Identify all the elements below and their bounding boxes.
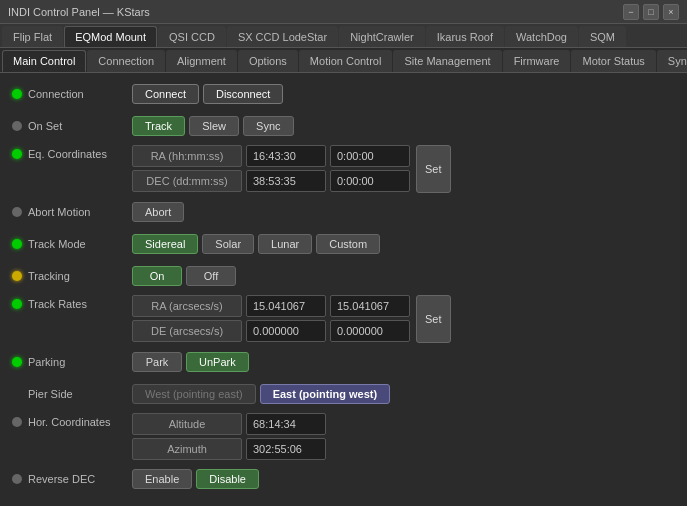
ra-rate-set-input[interactable]	[330, 295, 410, 317]
west-button[interactable]: West (pointing east)	[132, 384, 256, 404]
sync-button[interactable]: Sync	[243, 116, 293, 136]
connection-label: Connection	[12, 88, 132, 100]
ra-rate-value-input[interactable]	[246, 295, 326, 317]
main-content: Connection Connect Disconnect On Set Tra…	[0, 73, 687, 506]
de-rate-set-input[interactable]	[330, 320, 410, 342]
solar-button[interactable]: Solar	[202, 234, 254, 254]
tab-nightcrawler[interactable]: NightCrawler	[339, 26, 425, 47]
reverse-dec-row: Reverse DEC Enable Disable	[12, 466, 675, 492]
track-button[interactable]: Track	[132, 116, 185, 136]
azimuth-row: Azimuth	[132, 438, 326, 460]
ra-rate-row: RA (arcsecs/s)	[132, 295, 410, 317]
de-rate-value-input[interactable]	[246, 320, 326, 342]
ra-value-input[interactable]	[246, 145, 326, 167]
tracking-on-button[interactable]: On	[132, 266, 182, 286]
eq-set-button[interactable]: Set	[416, 145, 451, 193]
pier-side-row: Pier Side West (pointing east) East (poi…	[12, 381, 675, 407]
pier-side-label: Pier Side	[12, 388, 132, 400]
lunar-button[interactable]: Lunar	[258, 234, 312, 254]
track-rates-controls: RA (arcsecs/s) DE (arcsecs/s)	[132, 295, 410, 342]
dec-value-input[interactable]	[246, 170, 326, 192]
connection-controls: Connect Disconnect	[132, 84, 283, 104]
reverse-dec-led	[12, 474, 22, 484]
track-mode-led	[12, 239, 22, 249]
dec-set-input[interactable]	[330, 170, 410, 192]
disconnect-button[interactable]: Disconnect	[203, 84, 283, 104]
subtab-connection[interactable]: Connection	[87, 50, 165, 72]
east-button[interactable]: East (pointing west)	[260, 384, 391, 404]
ra-set-input[interactable]	[330, 145, 410, 167]
unpark-button[interactable]: UnPark	[186, 352, 249, 372]
reverse-dec-controls: Enable Disable	[132, 469, 259, 489]
track-mode-label: Track Mode	[12, 238, 132, 250]
subtab-alignment[interactable]: Alignment	[166, 50, 237, 72]
azimuth-value-input[interactable]	[246, 438, 326, 460]
on-set-controls: Track Slew Sync	[132, 116, 294, 136]
slew-button[interactable]: Slew	[189, 116, 239, 136]
tracking-row: Tracking On Off	[12, 263, 675, 289]
altitude-row: Altitude	[132, 413, 326, 435]
abort-motion-row: Abort Motion Abort	[12, 199, 675, 225]
parking-controls: Park UnPark	[132, 352, 249, 372]
altitude-label: Altitude	[132, 413, 242, 435]
disable-button[interactable]: Disable	[196, 469, 259, 489]
de-rate-row: DE (arcsecs/s)	[132, 320, 410, 342]
connection-led	[12, 89, 22, 99]
track-rates-label: Track Rates	[12, 298, 132, 310]
azimuth-label: Azimuth	[132, 438, 242, 460]
maximize-button[interactable]: □	[643, 4, 659, 20]
eq-coordinates-label: Eq. Coordinates	[12, 148, 132, 160]
enable-button[interactable]: Enable	[132, 469, 192, 489]
connect-button[interactable]: Connect	[132, 84, 199, 104]
sub-tab-bar: Main Control Connection Alignment Option…	[0, 48, 687, 73]
tab-sqm[interactable]: SQM	[579, 26, 626, 47]
ra-rate-label: RA (arcsecs/s)	[132, 295, 242, 317]
custom-button[interactable]: Custom	[316, 234, 380, 254]
subtab-site-management[interactable]: Site Management	[393, 50, 501, 72]
tab-watchdog[interactable]: WatchDog	[505, 26, 578, 47]
reverse-dec-label: Reverse DEC	[12, 473, 132, 485]
subtab-main-control[interactable]: Main Control	[2, 50, 86, 72]
tab-ikarus-roof[interactable]: Ikarus Roof	[426, 26, 504, 47]
de-rate-label: DE (arcsecs/s)	[132, 320, 242, 342]
eq-coordinates-controls: RA (hh:mm:ss) DEC (dd:mm:ss)	[132, 145, 410, 192]
subtab-motion-control[interactable]: Motion Control	[299, 50, 393, 72]
abort-motion-led	[12, 207, 22, 217]
tab-sx-ccd[interactable]: SX CCD LodeStar	[227, 26, 338, 47]
window-controls: − □ ×	[623, 4, 679, 20]
subtab-sync[interactable]: Sync	[657, 50, 687, 72]
sidereal-button[interactable]: Sidereal	[132, 234, 198, 254]
title-bar: INDI Control Panel — KStars − □ ×	[0, 0, 687, 24]
close-button[interactable]: ×	[663, 4, 679, 20]
track-mode-controls: Sidereal Solar Lunar Custom	[132, 234, 380, 254]
tab-qsi-ccd[interactable]: QSI CCD	[158, 26, 226, 47]
hor-coordinates-led	[12, 417, 22, 427]
subtab-motor-status[interactable]: Motor Status	[571, 50, 655, 72]
abort-motion-controls: Abort	[132, 202, 184, 222]
dec-label: DEC (dd:mm:ss)	[132, 170, 242, 192]
track-rates-led	[12, 299, 22, 309]
tracking-controls: On Off	[132, 266, 236, 286]
hor-coordinates-controls: Altitude Azimuth	[132, 413, 326, 460]
tracking-off-button[interactable]: Off	[186, 266, 236, 286]
subtab-firmware[interactable]: Firmware	[503, 50, 571, 72]
window-title: INDI Control Panel — KStars	[8, 6, 150, 18]
park-button[interactable]: Park	[132, 352, 182, 372]
eq-coordinates-row: Eq. Coordinates RA (hh:mm:ss) DEC (dd:mm…	[12, 145, 675, 193]
ra-label: RA (hh:mm:ss)	[132, 145, 242, 167]
altitude-value-input[interactable]	[246, 413, 326, 435]
tab-flip-flat[interactable]: Flip Flat	[2, 26, 63, 47]
on-set-row: On Set Track Slew Sync	[12, 113, 675, 139]
top-tab-bar: Flip Flat EQMod Mount QSI CCD SX CCD Lod…	[0, 24, 687, 48]
pier-side-controls: West (pointing east) East (pointing west…	[132, 384, 390, 404]
abort-button[interactable]: Abort	[132, 202, 184, 222]
subtab-options[interactable]: Options	[238, 50, 298, 72]
tab-eqmod-mount[interactable]: EQMod Mount	[64, 26, 157, 47]
track-mode-row: Track Mode Sidereal Solar Lunar Custom	[12, 231, 675, 257]
tracking-led	[12, 271, 22, 281]
on-set-label: On Set	[12, 120, 132, 132]
parking-row: Parking Park UnPark	[12, 349, 675, 375]
track-rates-set-button[interactable]: Set	[416, 295, 451, 343]
minimize-button[interactable]: −	[623, 4, 639, 20]
parking-led	[12, 357, 22, 367]
